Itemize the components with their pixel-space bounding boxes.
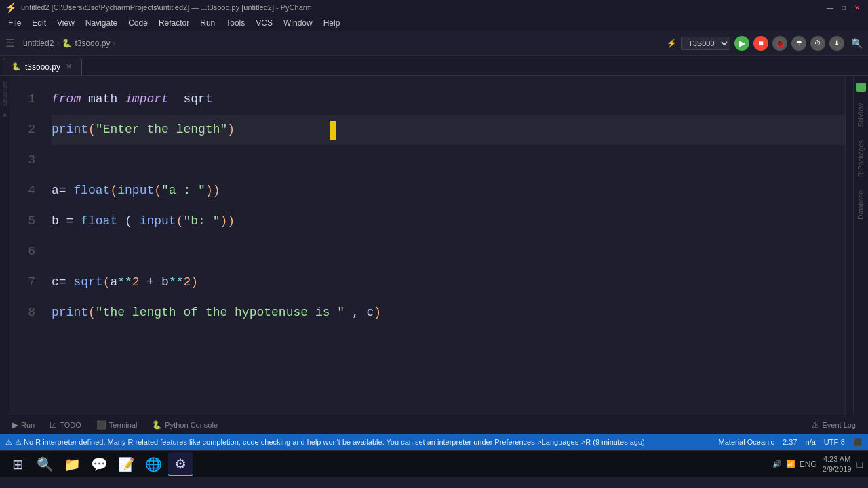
bottom-tab-python-console[interactable]: 🐍 Python Console bbox=[145, 417, 224, 433]
menu-vcs[interactable]: VCS bbox=[250, 17, 278, 29]
breadcrumb-project[interactable]: untitled2 bbox=[23, 39, 54, 48]
line-num-5: 5 bbox=[9, 206, 43, 237]
tray-volume: 📶 bbox=[786, 460, 795, 468]
token-comma: , c bbox=[344, 303, 374, 323]
graphics-tab[interactable]: SciView bbox=[856, 100, 866, 129]
title-bar: ⚡ untitled2 [C:\Users\t3so\PycharmProjec… bbox=[0, 0, 868, 15]
title-text: untitled2 [C:\Users\t3so\PycharmProjects… bbox=[21, 3, 312, 12]
taskbar-notepad[interactable]: 📝 bbox=[114, 452, 138, 476]
taskbar: ⊞ 🔍 📁 💬 📝 🌐 ⚙ 🔊 📶 ENG 4:23 AM 2/9/2019 □ bbox=[0, 450, 868, 477]
encoding-label[interactable]: UTF-8 bbox=[824, 438, 845, 446]
taskbar-browser[interactable]: 🌐 bbox=[141, 452, 165, 476]
todo-tab-label: TODO bbox=[60, 421, 81, 429]
python-console-label: Python Console bbox=[165, 421, 218, 429]
code-line-4: a= float ( input ( "a : " )) bbox=[52, 176, 845, 206]
profile-button[interactable]: ⏱ bbox=[810, 36, 825, 51]
code-line-1: from math import sqrt bbox=[52, 84, 845, 115]
search-taskbar[interactable]: 🔍 bbox=[33, 452, 57, 476]
menu-navigate[interactable]: Navigate bbox=[80, 17, 123, 29]
bottom-tab-todo[interactable]: ☑ TODO bbox=[43, 417, 88, 433]
clock[interactable]: 4:23 AM 2/9/2019 bbox=[823, 454, 852, 474]
bottom-tab-event-log[interactable]: ⚠ Event Log bbox=[805, 417, 863, 433]
event-log-label: Event Log bbox=[822, 421, 856, 429]
run-config-select[interactable]: T3S000 bbox=[681, 37, 730, 50]
stop-button[interactable]: ■ bbox=[753, 36, 768, 51]
search-icon[interactable]: 🔍 bbox=[851, 38, 863, 49]
line-num-6: 6 bbox=[9, 237, 43, 267]
tray-network: 🔊 bbox=[772, 460, 782, 468]
sys-tray: 🔊 📶 ENG bbox=[772, 460, 817, 469]
menu-tools[interactable]: Tools bbox=[220, 17, 250, 29]
debug-button[interactable]: 🐞 bbox=[772, 36, 787, 51]
start-button[interactable]: ⊞ bbox=[5, 452, 30, 476]
code-line-6 bbox=[52, 237, 845, 267]
tab-close-button[interactable]: ✕ bbox=[64, 62, 73, 71]
project-icon: ☰ bbox=[5, 37, 15, 49]
close-button[interactable]: ✕ bbox=[852, 2, 863, 13]
token-sqrt: sqrt bbox=[73, 272, 102, 292]
bottom-tab-run[interactable]: ▶ Run bbox=[5, 417, 41, 433]
editor-scrollbar[interactable] bbox=[845, 76, 853, 415]
menu-window[interactable]: Window bbox=[278, 17, 318, 29]
bottom-tab-terminal[interactable]: ⬛ Terminal bbox=[90, 417, 144, 433]
code-line-7: c= sqrt ( a ** 2 + b ** 2 ) bbox=[52, 267, 845, 298]
right-sidebar: SciView R Packages Database bbox=[853, 76, 868, 415]
show-desktop[interactable]: □ bbox=[857, 459, 863, 470]
run-button[interactable]: ▶ bbox=[734, 36, 749, 51]
tab-t3sooo[interactable]: 🐍 t3sooo.py ✕ bbox=[3, 58, 82, 75]
token-num1: 2 bbox=[132, 272, 140, 292]
tab-label: t3sooo.py bbox=[25, 62, 60, 72]
token-str-2: "a : " bbox=[161, 181, 205, 201]
menu-file[interactable]: File bbox=[3, 17, 26, 29]
line-num-7: 7 bbox=[9, 267, 43, 298]
code-line-3 bbox=[52, 145, 845, 176]
minimize-button[interactable]: — bbox=[825, 2, 835, 13]
menu-code[interactable]: Code bbox=[123, 17, 153, 29]
breadcrumb-sep1: › bbox=[56, 39, 59, 48]
coverage-button[interactable]: ☂ bbox=[791, 36, 806, 51]
menu-view[interactable]: View bbox=[52, 17, 80, 29]
menu-help[interactable]: Help bbox=[318, 17, 346, 29]
token-p4: ( bbox=[154, 181, 161, 201]
warning-text: ⚠ No R interpreter defined: Many R relat… bbox=[15, 438, 645, 447]
editor-area[interactable]: 1 2 3 4 5 6 7 8 from math import sqrt pr… bbox=[9, 76, 853, 415]
taskbar-pycharm[interactable]: ⚙ bbox=[168, 452, 193, 476]
python-console-icon: 🐍 bbox=[152, 420, 162, 430]
packages-tab[interactable]: R Packages bbox=[856, 138, 866, 180]
tray-keyboard[interactable]: ENG bbox=[800, 460, 817, 469]
token-a: a= bbox=[52, 181, 73, 201]
todo-tab-icon: ☑ bbox=[50, 420, 57, 430]
favorites-icon[interactable]: ★ bbox=[1, 112, 8, 119]
bottom-bar: ▶ Run ☑ TODO ⬛ Terminal 🐍 Python Console… bbox=[0, 415, 868, 434]
breadcrumb-file[interactable]: t3sooo.py bbox=[75, 39, 110, 48]
breadcrumb-sep2: › bbox=[113, 39, 115, 48]
title-bar-controls: — □ ✕ bbox=[825, 2, 863, 13]
menu-refactor[interactable]: Refactor bbox=[153, 17, 195, 29]
app-icon: ⚡ bbox=[5, 2, 17, 13]
token-sqrt: sqrt bbox=[169, 89, 213, 109]
token-str-3: "b: " bbox=[183, 211, 220, 231]
maximize-button[interactable]: □ bbox=[838, 2, 849, 13]
indent-icon[interactable]: ⬛ bbox=[853, 438, 863, 447]
clock-date: 2/9/2019 bbox=[823, 464, 852, 474]
update-button[interactable]: ⬇ bbox=[829, 36, 844, 51]
structure-icon[interactable]: Structure bbox=[1, 81, 8, 106]
menu-run[interactable]: Run bbox=[195, 17, 220, 29]
token-float-2: float bbox=[81, 211, 117, 231]
taskbar-files[interactable]: 📁 bbox=[60, 452, 84, 476]
token-p11: ) bbox=[374, 303, 381, 323]
code-content[interactable]: from math import sqrt print ( "Enter the… bbox=[43, 76, 845, 415]
line-num-1: 1 bbox=[9, 84, 43, 115]
token-space: ( bbox=[117, 211, 139, 231]
menu-bar: File Edit View Navigate Code Refactor Ru… bbox=[0, 15, 868, 31]
token-str-4: "the length of the hypotenuse is " bbox=[96, 303, 344, 323]
code-line-5: b = float ( input ( "b: " )) bbox=[52, 206, 845, 237]
token-paren-2: ) bbox=[227, 120, 235, 140]
theme-label[interactable]: Material Oceanic bbox=[719, 438, 775, 446]
database-tab[interactable]: Database bbox=[856, 188, 866, 222]
menu-edit[interactable]: Edit bbox=[26, 17, 52, 29]
position-label[interactable]: 2:37 bbox=[783, 438, 797, 446]
token-b: b = bbox=[52, 211, 81, 231]
taskbar-messenger[interactable]: 💬 bbox=[87, 452, 111, 476]
toolbar: ☰ untitled2 › 🐍 t3sooo.py › ⚡ T3S000 ▶ ■… bbox=[0, 31, 868, 56]
